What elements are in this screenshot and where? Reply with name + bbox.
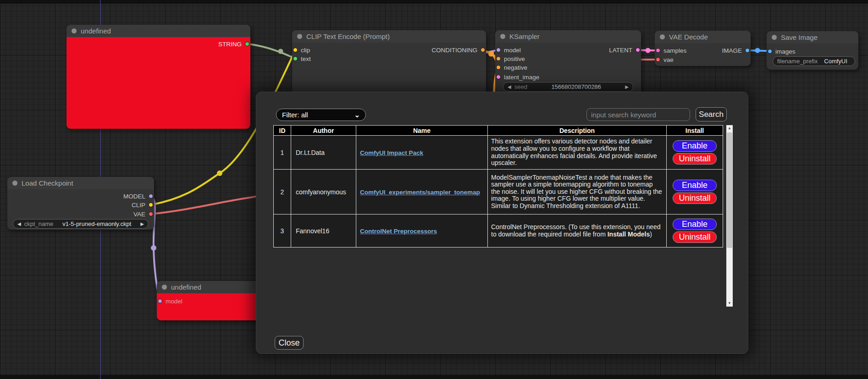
port-label-negative: negative (504, 64, 527, 71)
ckpt-name-widget[interactable]: ◀ ckpt_name v1-5-pruned-emaonly.ckpt ▶ (13, 219, 149, 229)
node-save-image[interactable]: Save Image images filename_prefix ComfyU… (767, 31, 858, 70)
cell-description: ModelSamplerTonemapNoiseTest a node that… (488, 170, 667, 214)
arrow-left-icon[interactable]: ◀ (508, 84, 511, 89)
input-socket-vae[interactable] (656, 57, 660, 62)
cell-install: Enable Uninstall (667, 136, 723, 170)
table-row: 2 comfyanonymous ComfyUI_experiments/sam… (274, 170, 723, 214)
port-label-model: model (504, 47, 521, 54)
cell-description: This extension offers various detector n… (488, 136, 667, 170)
node-title-bar[interactable]: Save Image (767, 31, 858, 44)
input-socket-images[interactable] (768, 49, 772, 54)
node-title-bar[interactable]: VAE Decode (655, 31, 751, 43)
node-title-bar[interactable]: undefined (157, 281, 267, 293)
node-error-body (66, 37, 250, 129)
port-label-positive: positive (504, 55, 525, 62)
uninstall-button[interactable]: Uninstall (673, 192, 717, 204)
uninstall-button[interactable]: Uninstall (673, 231, 717, 243)
table-header-row: ID Author Name Description Install (274, 126, 723, 136)
enable-button[interactable]: Enable (673, 180, 717, 191)
port-label-model-out: MODEL (123, 193, 145, 200)
filename-prefix-widget[interactable]: filename_prefix ComfyUI (773, 56, 855, 66)
node-clip-text-encode[interactable]: CLIP Text Encode (Prompt) clip text COND… (292, 30, 486, 97)
node-title: Save Image (781, 33, 818, 41)
output-socket-string[interactable] (245, 42, 249, 46)
input-socket-latent-image[interactable] (496, 75, 501, 79)
node-title: undefined (81, 27, 111, 35)
node-collapse-dot[interactable] (660, 34, 665, 39)
port-label-clip: clip (301, 47, 310, 54)
node-title: Load Checkpoint (22, 179, 73, 187)
filter-select-value: Filter: all (282, 111, 308, 119)
col-header-install: Install (667, 126, 723, 136)
node-collapse-dot[interactable] (12, 181, 17, 186)
node-ksampler[interactable]: KSampler model positive negative latent_… (495, 30, 641, 96)
filter-select[interactable]: Filter: all ⌄ (276, 109, 366, 121)
node-title: undefined (171, 283, 201, 291)
input-socket-clip[interactable] (293, 48, 298, 52)
port-label-model: model (166, 298, 182, 305)
col-header-author: Author (291, 126, 356, 136)
uninstall-button[interactable]: Uninstall (673, 153, 717, 165)
close-button[interactable]: Close (275, 336, 304, 350)
port-label-samples: samples (663, 47, 686, 54)
chevron-down-icon: ⌄ (354, 113, 360, 117)
port-label-vae-out: VAE (133, 211, 145, 218)
node-title-bar[interactable]: KSampler (495, 30, 641, 43)
input-socket-model[interactable] (496, 48, 501, 52)
node-collapse-dot[interactable] (297, 34, 302, 39)
enable-button[interactable]: Enable (673, 219, 717, 230)
node-collapse-dot[interactable] (772, 35, 777, 40)
col-header-id: ID (274, 126, 291, 136)
output-socket-conditioning[interactable] (481, 48, 485, 52)
cell-install: Enable Uninstall (667, 214, 723, 247)
manager-dialog: Filter: all ⌄ Search ID Author Name Desc… (256, 92, 748, 354)
input-socket-text[interactable] (293, 56, 298, 61)
scroll-up-icon[interactable]: ▲ (726, 125, 733, 132)
description-text: This extension offers various detector n… (491, 137, 657, 166)
comfyui-canvas[interactable]: undefined STRING CLIP Text Encode (Promp… (0, 0, 868, 379)
table-scrollbar[interactable]: ▲ ▼ (726, 125, 733, 307)
node-collapse-dot[interactable] (162, 285, 167, 290)
node-collapse-dot[interactable] (72, 28, 77, 33)
port-label-conditioning: CONDITIONING (431, 47, 477, 54)
node-title-bar[interactable]: CLIP Text Encode (Prompt) (292, 30, 486, 43)
node-load-checkpoint[interactable]: Load Checkpoint MODEL CLIP VAE ◀ ckpt_na… (7, 177, 154, 230)
output-socket-vae[interactable] (149, 212, 153, 216)
seed-widget[interactable]: ◀ seed 156680208700286 ▶ (503, 82, 633, 92)
search-input[interactable] (586, 108, 690, 121)
output-socket-model[interactable] (149, 194, 153, 198)
seed-value: 156680208700286 (531, 83, 622, 90)
port-label-latent: LATENT (609, 47, 632, 54)
input-socket-positive[interactable] (496, 56, 501, 61)
input-socket-negative[interactable] (496, 65, 501, 70)
output-socket-image[interactable] (745, 48, 750, 53)
port-label-text: text (301, 55, 311, 62)
arrow-right-icon[interactable]: ▶ (140, 221, 144, 226)
output-socket-latent[interactable] (636, 48, 640, 52)
node-undefined-string[interactable]: undefined STRING (66, 25, 250, 129)
cell-author: Fannovel16 (291, 214, 356, 247)
port-label-clip-out: CLIP (132, 202, 145, 209)
extension-table-wrap: ID Author Name Description Install 1 Dr.… (273, 125, 733, 307)
enable-button[interactable]: Enable (673, 140, 717, 152)
scroll-down-icon[interactable]: ▼ (726, 300, 733, 307)
node-collapse-dot[interactable] (500, 34, 505, 39)
node-vae-decode[interactable]: VAE Decode samples vae IMAGE (655, 31, 751, 66)
extension-link[interactable]: ControlNet Preprocessors (360, 228, 437, 235)
extension-link[interactable]: ComfyUI Impact Pack (360, 149, 423, 156)
input-socket-samples[interactable] (656, 48, 660, 53)
arrow-right-icon[interactable]: ▶ (625, 84, 629, 89)
filename-prefix-value: ComfyUI (821, 58, 851, 65)
input-socket-model[interactable] (158, 299, 162, 303)
filename-prefix-label: filename_prefix (777, 58, 818, 65)
description-text: ModelSamplerTonemapNoiseTest a node that… (491, 174, 662, 209)
extension-link[interactable]: ComfyUI_experiments/sampler_tonemap (360, 189, 480, 196)
description-bold: Install Models (608, 231, 650, 238)
scrollbar-thumb[interactable] (727, 132, 732, 248)
node-title-bar[interactable]: Load Checkpoint (7, 177, 154, 189)
search-button[interactable]: Search (696, 107, 727, 121)
arrow-left-icon[interactable]: ◀ (17, 221, 21, 226)
output-socket-clip[interactable] (149, 203, 153, 207)
node-title-bar[interactable]: undefined (66, 25, 250, 37)
node-undefined-model[interactable]: undefined model (157, 281, 267, 320)
